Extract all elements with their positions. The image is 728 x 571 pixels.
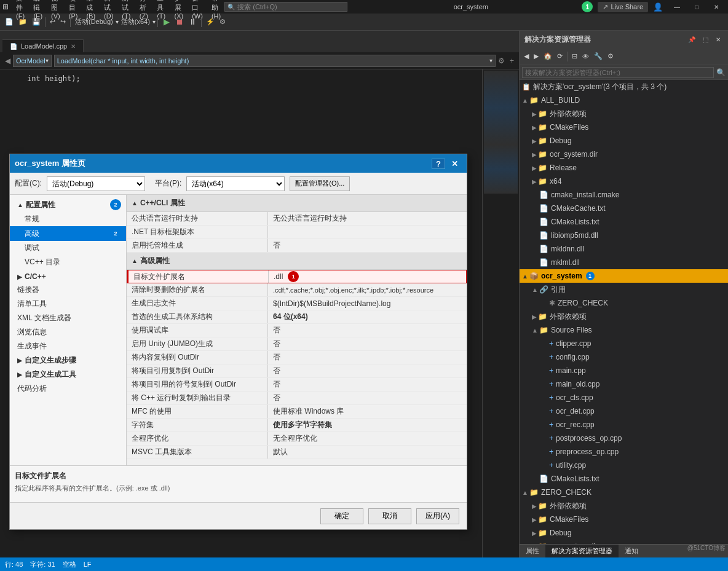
se-close-btn[interactable]: ✕ — [713, 35, 723, 44]
sidebar-manifest[interactable]: 清单工具 — [10, 297, 126, 311]
prop-row-copy-symbols[interactable]: 将项目引用的符号复制到 OutDir 否 — [127, 378, 467, 392]
se-ext-deps-2[interactable]: ▶ 📁 外部依赖项 — [520, 310, 728, 323]
se-ocr-system-dir-2[interactable]: ▶ 📁 ocr_system.dir — [520, 540, 728, 544]
toolbar-stop[interactable]: ⏹ — [173, 16, 186, 28]
se-root[interactable]: 📋 解决方案'ocr_system'(3 个项目，共 3 个) — [520, 80, 728, 93]
sidebar-xml[interactable]: XML 文档生成器 — [10, 311, 126, 325]
dialog-help-btn[interactable]: ? — [432, 159, 445, 169]
se-ocr-system-project[interactable]: ▲ 📦 ocr_system 1 — [520, 269, 728, 283]
se-ocr-system-dir-1[interactable]: ▶ 📁 ocr_system.dir — [520, 148, 728, 161]
se-release-1[interactable]: ▶ 📁 Release — [520, 161, 728, 175]
se-refs[interactable]: ▲ 🔗 引用 — [520, 283, 728, 296]
dialog-close-btn[interactable]: ✕ — [448, 159, 462, 168]
se-postprocess[interactable]: + postprocess_op.cpp — [520, 431, 728, 445]
se-main[interactable]: + main.cpp — [520, 364, 728, 377]
se-tool-home[interactable]: 🏠 — [542, 51, 554, 61]
se-tab-properties[interactable]: 属性 — [520, 545, 545, 557]
sidebar-vc-dirs[interactable]: VC++ 目录 — [10, 255, 126, 269]
prop-row-target-ext[interactable]: 目标文件扩展名 .dll 1 — [127, 270, 467, 283]
search-box[interactable]: 🔍 搜索 (Ctrl+Q) — [224, 2, 347, 12]
se-tab-solution-explorer[interactable]: 解决方案资源管理器 — [545, 545, 619, 557]
config-select[interactable]: 活动(Debug) — [47, 176, 145, 191]
apply-button[interactable]: 应用(A) — [416, 508, 459, 524]
se-search-icon[interactable]: 🔍 — [716, 68, 726, 77]
se-cmake-files-2[interactable]: ▶ 📁 CMakeFiles — [520, 513, 728, 526]
se-tool-settings[interactable]: ⚙ — [606, 51, 615, 61]
se-mkldnn-1[interactable]: 📄 mkldnn.dll — [520, 242, 728, 256]
se-tool-back[interactable]: ◀ — [522, 51, 531, 61]
maximize-button[interactable]: □ — [687, 0, 706, 14]
platform-select[interactable]: 活动(x64) — [186, 176, 285, 191]
sidebar-advanced[interactable]: 高级 2 — [10, 226, 126, 241]
prop-row-copy-proj-refs[interactable]: 将项目引用复制到 OutDir 否 — [127, 364, 467, 378]
sidebar-general[interactable]: 常规 — [10, 212, 126, 226]
se-utility[interactable]: + utility.cpp — [520, 459, 728, 472]
toolbar-run[interactable]: ▶ — [160, 16, 173, 28]
prop-row-copy-content[interactable]: 将内容复制到 OutDir 否 — [127, 351, 467, 364]
se-main-old[interactable]: + main_old.cpp — [520, 377, 728, 391]
se-tool-sync[interactable]: ⟳ — [555, 51, 564, 61]
toolbar-save[interactable]: 💾 — [30, 17, 43, 27]
prop-row-copy-runtime[interactable]: 将 C++ 运行时复制到输出目录 否 — [127, 392, 467, 405]
se-ocr-det[interactable]: + ocr_det.cpp — [520, 404, 728, 418]
se-cmake-cache-1[interactable]: 📄 CMakeCache.txt — [520, 202, 728, 215]
se-cmake-files-1[interactable]: ▶ 📁 CMakeFiles — [520, 120, 728, 134]
se-tool-filter[interactable]: 🔧 — [592, 51, 604, 61]
prop-row-arch[interactable]: 首选的生成工具体系结构 64 位(x64) — [127, 310, 467, 324]
se-all-build[interactable]: ▲ 📁 ALL_BUILD — [520, 93, 728, 107]
se-ext-deps-1[interactable]: ▶ 📁 外部依赖项 — [520, 107, 728, 120]
toolbar-open[interactable]: 📁 — [16, 17, 30, 27]
se-debug-1[interactable]: ▶ 📁 Debug — [520, 134, 728, 148]
se-libiomp5-1[interactable]: 📄 libiomp5md.dll — [520, 229, 728, 242]
se-cmake-install-1[interactable]: 📄 cmake_install.cmake — [520, 188, 728, 202]
cancel-button[interactable]: 取消 — [368, 508, 411, 524]
prop-row-clr[interactable]: 公共语言运行时支持 无公共语言运行时支持 — [127, 212, 467, 226]
se-tool-view[interactable]: 👁 — [580, 52, 591, 61]
se-zero-check-ref[interactable]: ✱ ZERO_CHECK — [520, 296, 728, 310]
se-tab-notifications[interactable]: 通知 — [619, 545, 644, 557]
sidebar-linker[interactable]: 链接器 — [10, 283, 126, 297]
toolbar-redo[interactable]: ↪ — [58, 17, 68, 27]
sidebar-config-props[interactable]: ▲ 配置属性 2 — [10, 197, 126, 212]
prop-row-msvc-version[interactable]: MSVC 工具集版本 默认 — [127, 446, 467, 459]
toolbar-undo[interactable]: ↩ — [47, 17, 58, 27]
prop-row-managed-heap[interactable]: 启用托管堆生成 否 — [127, 239, 467, 253]
toolbar-settings[interactable]: ⚙ — [217, 17, 228, 27]
se-preprocess[interactable]: + preprocess_op.cpp — [520, 445, 728, 459]
sidebar-browse[interactable]: 浏览信息 — [10, 325, 126, 339]
se-config[interactable]: + config.cpp — [520, 350, 728, 364]
sidebar-custom-build[interactable]: ▶ 自定义生成步骤 — [10, 353, 126, 368]
sidebar-cpp[interactable]: ▶ C/C++ — [10, 270, 126, 283]
config-manager-btn[interactable]: 配置管理器(O)... — [290, 176, 350, 191]
se-float-btn[interactable]: ⬚ — [700, 35, 711, 44]
se-ocr-rec[interactable]: + ocr_rec.cpp — [520, 418, 728, 431]
sidebar-debug[interactable]: 调试 — [10, 241, 126, 255]
prop-row-mfc[interactable]: MFC 的使用 使用标准 Windows 库 — [127, 405, 467, 419]
se-search-input[interactable] — [522, 67, 714, 78]
sidebar-custom-tool[interactable]: ▶ 自定义生成工具 — [10, 368, 126, 382]
se-x64-1[interactable]: ▶ 📁 x64 — [520, 175, 728, 188]
se-pin-btn[interactable]: 📌 — [686, 35, 698, 44]
prop-row-clean-ext[interactable]: 清除时要删除的扩展名 .cdf;*.cache;*.obj;*.obj.enc;… — [127, 283, 467, 297]
live-share-button[interactable]: ↗ Live Share — [598, 2, 648, 12]
prop-row-debug-lib[interactable]: 使用调试库 否 — [127, 324, 467, 337]
se-zero-check-project[interactable]: ▲ 📁 ZERO_CHECK — [520, 486, 728, 499]
minimize-button[interactable]: — — [668, 0, 686, 14]
prop-row-charset[interactable]: 字符集 使用多字节字符集 — [127, 419, 467, 432]
prop-row-unity[interactable]: 启用 Unity (JUMBO)生成 否 — [127, 337, 467, 351]
se-tool-forward[interactable]: ▶ — [532, 51, 540, 61]
toolbar-pause[interactable]: ⏸ — [186, 16, 199, 28]
sidebar-code-analysis[interactable]: 代码分析 — [10, 382, 126, 396]
toolbar-platform-dropdown[interactable]: ▾ — [152, 18, 156, 25]
se-debug-2[interactable]: ▶ 📁 Debug — [520, 526, 728, 540]
se-cmake-lists-1[interactable]: 📄 CMakeLists.txt — [520, 215, 728, 229]
ok-button[interactable]: 确定 — [320, 508, 363, 524]
se-cmake-lists-proj[interactable]: 📄 CMakeLists.txt — [520, 472, 728, 486]
user-icon[interactable]: 👤 — [653, 2, 663, 12]
se-tool-collapse[interactable]: ⊟ — [570, 51, 579, 61]
sidebar-build-events[interactable]: 生成事件 — [10, 339, 126, 353]
toolbar-attach[interactable]: ⚡ — [204, 17, 217, 27]
prop-row-wpo[interactable]: 全程序优化 无全程序优化 — [127, 432, 467, 446]
se-source-files[interactable]: ▲ 📁 Source Files — [520, 323, 728, 337]
se-ocr-cls[interactable]: + ocr_cls.cpp — [520, 391, 728, 404]
